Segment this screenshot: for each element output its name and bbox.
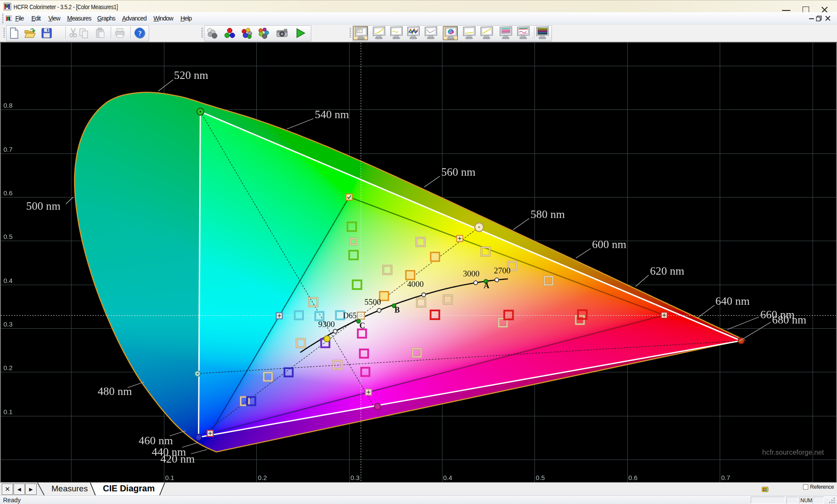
svg-text:?: ? bbox=[138, 30, 142, 37]
